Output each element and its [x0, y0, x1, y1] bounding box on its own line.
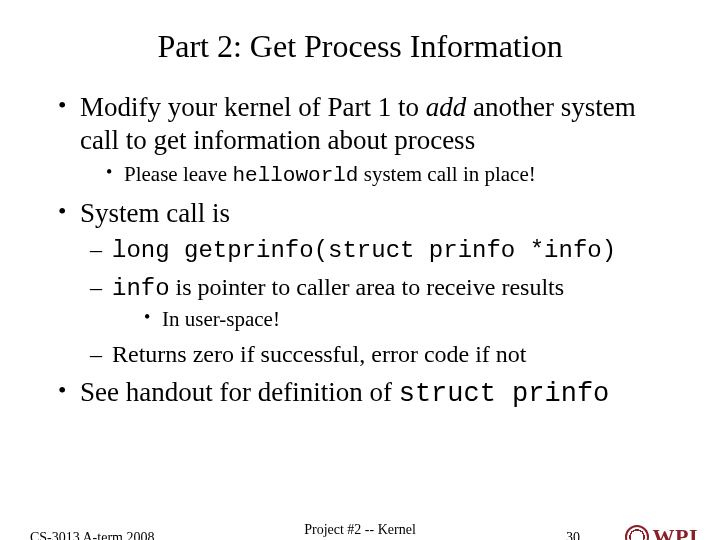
code-info: info	[112, 275, 170, 302]
text: In user-space!	[162, 307, 280, 331]
logo-text: WPI	[653, 524, 699, 540]
text: Returns zero if successful, error code i…	[112, 341, 527, 367]
slide-title: Part 2: Get Process Information	[0, 28, 720, 65]
slide: Part 2: Get Process Information Modify y…	[0, 28, 720, 540]
text: Please leave	[124, 162, 232, 186]
code-helloworld: helloworld	[232, 164, 358, 187]
sub-list: long getprinfo(struct prinfo *info) info…	[80, 234, 680, 370]
bullet-2: System call is long getprinfo(struct pri…	[52, 197, 680, 370]
wpi-logo: WPI	[625, 524, 699, 540]
bullet-list: Modify your kernel of Part 1 to add anot…	[52, 91, 680, 411]
bullet-2-dash-3: Returns zero if successful, error code i…	[80, 339, 680, 370]
footer-page-number: 30	[566, 530, 580, 540]
code-struct-prinfo: struct prinfo	[399, 379, 610, 409]
bullet-1: Modify your kernel of Part 1 to add anot…	[52, 91, 680, 189]
bullet-2-dash-1: long getprinfo(struct prinfo *info)	[80, 234, 680, 266]
text: Modify your kernel of Part 1 to	[80, 92, 426, 122]
text: System call is	[80, 198, 230, 228]
footer-center: Project #2 -- Kernel Hacking	[0, 522, 720, 540]
seal-icon	[625, 525, 649, 540]
text: See handout for definition of	[80, 377, 399, 407]
footer-center-line1: Project #2 -- Kernel	[304, 522, 416, 537]
code-getprinfo: long getprinfo(struct prinfo *info)	[112, 237, 616, 264]
sub-list: Please leave helloworld system call in p…	[80, 161, 680, 189]
bullet-2-dash-2: info is pointer to caller area to receiv…	[80, 272, 680, 332]
bullet-1-sub-1: Please leave helloworld system call in p…	[80, 161, 680, 189]
text: is pointer to caller area to receive res…	[170, 274, 565, 300]
slide-body: Modify your kernel of Part 1 to add anot…	[0, 91, 720, 411]
bullet-2-dash-2-sub-1: In user-space!	[112, 306, 680, 332]
footer: CS-3013 A-term 2008 Project #2 -- Kernel…	[0, 514, 720, 540]
text: system call in place!	[358, 162, 535, 186]
emphasis-add: add	[426, 92, 467, 122]
bullet-3: See handout for definition of struct pri…	[52, 376, 680, 411]
sub-sub-list: In user-space!	[112, 306, 680, 332]
